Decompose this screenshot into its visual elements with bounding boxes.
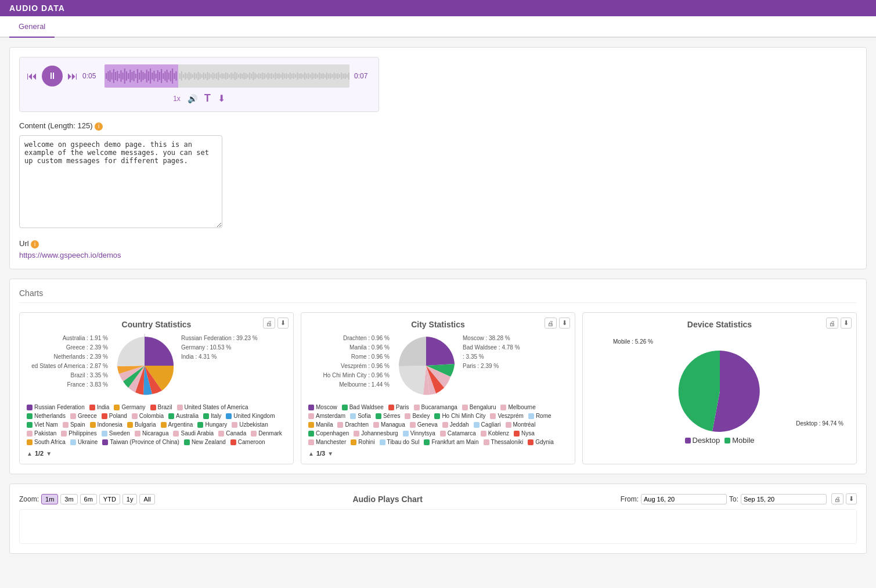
city-next-btn[interactable]: ▼ [327, 450, 333, 457]
svg-rect-37 [172, 68, 173, 84]
waveform[interactable] [104, 64, 349, 88]
svg-rect-40 [179, 73, 181, 79]
device-chart-panel: Device Statistics 🖨 ⬇ Mobile : 5.26 % De… [582, 312, 857, 464]
url-info-icon[interactable]: i [31, 240, 39, 248]
svg-rect-11 [124, 68, 125, 84]
speed-button[interactable]: 1x [173, 95, 181, 103]
svg-rect-49 [196, 74, 197, 78]
svg-rect-127 [339, 74, 340, 78]
svg-rect-18 [137, 69, 138, 83]
audio-plays-print-btn[interactable]: 🖨 [831, 493, 843, 504]
svg-rect-112 [312, 73, 313, 80]
to-date-input[interactable] [741, 494, 827, 504]
svg-rect-83 [258, 73, 259, 79]
svg-rect-109 [306, 74, 307, 78]
forward-button[interactable]: ⏭ [67, 70, 78, 82]
city-labels-left: Drachten : 0.96 % Manila : 0.96 % Rome :… [308, 334, 390, 389]
svg-rect-24 [148, 71, 149, 81]
svg-rect-118 [323, 73, 324, 79]
svg-rect-4 [111, 73, 113, 80]
svg-rect-106 [301, 73, 302, 79]
zoom-ytd-btn[interactable]: YTD [99, 494, 120, 504]
city-print-btn[interactable]: 🖨 [545, 318, 557, 329]
svg-rect-104 [297, 73, 298, 80]
svg-rect-14 [129, 70, 131, 82]
content-info-icon[interactable]: i [95, 122, 103, 131]
svg-rect-51 [200, 73, 201, 79]
svg-rect-108 [304, 73, 305, 80]
download-button[interactable]: ⬇ [218, 93, 225, 104]
svg-rect-96 [282, 73, 283, 80]
time-start: 0:05 [82, 72, 100, 80]
device-mobile-label: Mobile : 5.26 % [613, 338, 653, 345]
text-button[interactable]: T [204, 92, 211, 104]
from-date-input[interactable] [641, 494, 727, 504]
country-page: 1/2 [35, 450, 44, 457]
city-download-btn[interactable]: ⬇ [559, 318, 570, 329]
svg-rect-70 [235, 72, 236, 80]
device-print-btn[interactable]: 🖨 [826, 318, 838, 329]
svg-rect-17 [135, 74, 136, 78]
svg-rect-115 [317, 74, 318, 78]
audio-plays-title: Audio Plays Chart [155, 495, 621, 504]
svg-rect-91 [273, 74, 274, 78]
country-next-btn[interactable]: ▼ [46, 450, 52, 457]
pause-button[interactable]: ⏸ [42, 66, 63, 86]
country-print-btn[interactable]: 🖨 [263, 318, 275, 329]
zoom-controls: Zoom: 1m 3m 6m YTD 1y All [19, 494, 155, 504]
to-label: To: [729, 495, 738, 503]
country-labels-right: Russian Federation : 39.23 % Germany : 1… [181, 334, 258, 362]
svg-rect-132 [348, 73, 349, 80]
svg-rect-71 [236, 73, 237, 79]
svg-rect-60 [216, 73, 217, 79]
zoom-3m-btn[interactable]: 3m [60, 494, 77, 504]
content-textarea[interactable]: welcome on gspeech demo page. this is an… [19, 135, 222, 228]
country-pie [113, 334, 176, 399]
zoom-1y-btn[interactable]: 1y [122, 494, 138, 504]
svg-rect-8 [118, 74, 120, 78]
zoom-6m-btn[interactable]: 6m [80, 494, 97, 504]
svg-rect-34 [167, 70, 168, 82]
device-download-btn[interactable]: ⬇ [841, 318, 852, 329]
city-page: 1/3 [316, 450, 325, 457]
svg-rect-42 [183, 74, 184, 78]
svg-rect-10 [122, 73, 124, 80]
zoom-all-btn[interactable]: All [139, 494, 154, 504]
svg-rect-5 [113, 69, 114, 83]
audio-plays-card: Zoom: 1m 3m 6m YTD 1y All Audio Plays Ch… [9, 484, 867, 554]
svg-rect-16 [134, 71, 135, 81]
svg-rect-113 [313, 74, 315, 78]
city-chart-toolbar: 🖨 ⬇ [545, 318, 570, 329]
volume-button[interactable]: 🔊 [188, 94, 197, 103]
player-bottom-controls: 1x 🔊 T ⬇ [27, 92, 372, 104]
svg-rect-39 [175, 71, 176, 81]
audio-plays-download-btn[interactable]: ⬇ [846, 493, 857, 504]
svg-rect-88 [268, 73, 269, 80]
city-prev-btn[interactable]: ▲ [308, 450, 314, 457]
device-desktop-label: Desktop : 94.74 % [796, 420, 843, 427]
svg-rect-117 [320, 74, 322, 78]
svg-rect-54 [205, 74, 206, 78]
url-link[interactable]: https://www.gspeech.io/demos [19, 251, 121, 259]
zoom-1m-btn[interactable]: 1m [41, 494, 58, 504]
country-download-btn[interactable]: ⬇ [277, 318, 289, 329]
tab-general[interactable]: General [9, 16, 55, 38]
svg-rect-7 [117, 71, 118, 81]
svg-rect-1 [106, 73, 107, 79]
svg-rect-47 [192, 74, 193, 78]
svg-rect-30 [159, 72, 160, 80]
svg-rect-114 [315, 73, 316, 79]
city-labels-right: Moscow : 38.28 % Bad Waldsee : 4.78 % : … [463, 334, 532, 371]
country-prev-btn[interactable]: ▲ [27, 450, 33, 457]
svg-rect-129 [343, 74, 344, 78]
from-label: From: [621, 495, 639, 503]
svg-rect-94 [279, 73, 280, 79]
svg-rect-32 [163, 73, 164, 79]
svg-rect-123 [331, 74, 333, 78]
svg-rect-86 [264, 73, 265, 79]
city-chart-title: City Statistics [308, 320, 568, 329]
header-bar: AUDIO DATA [0, 0, 876, 16]
svg-rect-12 [126, 71, 127, 81]
svg-rect-57 [211, 74, 212, 78]
rewind-button[interactable]: ⏮ [27, 70, 37, 82]
